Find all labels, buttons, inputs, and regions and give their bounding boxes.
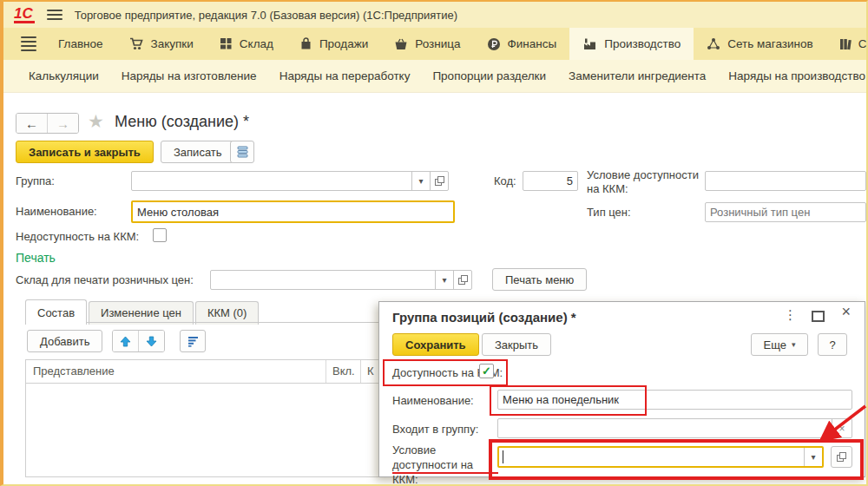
form-title: Меню (создание) * <box>115 113 249 131</box>
name-label: Наименование: <box>16 205 97 218</box>
menu-item-spravochniki[interactable]: Спра <box>826 28 868 60</box>
chevron-down-icon[interactable]: ▾ <box>804 448 822 466</box>
code-input[interactable] <box>523 172 577 190</box>
dialog-kkm-condition-field[interactable]: ▾ <box>497 446 824 468</box>
unavailable-kkm-checkbox[interactable] <box>153 228 167 242</box>
column-separator <box>326 360 326 383</box>
dialog-kkm-condition-input[interactable] <box>503 448 804 466</box>
print-menu-button[interactable]: Печать меню <box>492 268 587 291</box>
col-predstavlenie: Представление <box>33 364 115 378</box>
save-button[interactable]: Записать <box>161 141 235 163</box>
sections-panel-icon[interactable] <box>12 28 45 60</box>
ruble-icon <box>487 37 501 51</box>
forward-icon[interactable]: → <box>47 114 78 133</box>
menu-label: Продажи <box>319 37 368 50</box>
menu-item-set-magazinov[interactable]: Сеть магазинов <box>694 28 825 60</box>
annotation-underline <box>392 472 498 474</box>
submenu-item-naryady-proizvodstvo[interactable]: Наряды на производство <box>717 69 868 82</box>
form-tabs: Состав Изменение цен ККМ (0) <box>25 299 260 325</box>
menu-item-glavnoe[interactable]: Главное <box>45 28 116 60</box>
tab-kkm[interactable]: ККМ (0) <box>195 301 259 325</box>
move-down-icon[interactable] <box>138 331 164 351</box>
kkm-condition-field[interactable] <box>705 171 866 191</box>
chevron-down-icon[interactable]: ▾ <box>411 172 430 190</box>
chevron-down-icon[interactable]: ▾ <box>435 271 453 289</box>
move-buttons-group <box>112 330 165 352</box>
group-field[interactable]: ▾ <box>131 171 449 191</box>
main-menu-icon[interactable] <box>47 7 62 23</box>
price-type-input[interactable] <box>706 203 865 221</box>
help-button[interactable]: ? <box>818 333 847 356</box>
print-section-link[interactable]: Печать <box>16 251 56 265</box>
open-icon[interactable] <box>430 172 448 190</box>
more-label: Еще <box>764 338 786 351</box>
open-icon[interactable] <box>453 271 471 289</box>
clear-icon[interactable]: × <box>832 419 852 437</box>
stack-icon <box>237 146 248 159</box>
dialog-close-button[interactable]: Закрыть <box>482 333 551 356</box>
cart-icon <box>129 37 144 50</box>
dialog-title: Группа позиций (создание) * <box>392 310 576 325</box>
title-bar: 1С Торговое предприятие, редакция 7.0 (Б… <box>3 2 866 28</box>
menu-item-sklad[interactable]: Склад <box>207 28 286 60</box>
app-title: Торговое предприятие, редакция 7.0 (Базо… <box>75 9 457 22</box>
command-submenu: Калькуляции Наряды на изготовление Наряд… <box>3 60 866 93</box>
sort-list-button[interactable] <box>180 330 206 352</box>
dialog-name-input[interactable] <box>498 391 852 409</box>
dialog-save-button[interactable]: Сохранить <box>392 333 479 356</box>
code-field[interactable] <box>523 171 578 191</box>
chevron-down-icon: ▾ <box>792 340 796 349</box>
factory-icon <box>582 37 597 50</box>
dialog-name-field[interactable] <box>497 390 852 410</box>
dialog-name-label: Наименование: <box>392 394 474 407</box>
submenu-item-naryady-izgotovlenie[interactable]: Наряды на изготовление <box>110 69 268 82</box>
move-up-icon[interactable] <box>113 331 138 351</box>
menu-item-zakupki[interactable]: Закупки <box>116 28 207 60</box>
tab-sostav[interactable]: Состав <box>25 299 87 325</box>
submenu-item-zameniteli[interactable]: Заменители ингредиента <box>557 69 717 82</box>
warehouse-field[interactable]: ▾ <box>210 270 472 290</box>
parent-group-label: Входит в группу: <box>392 423 478 436</box>
favorite-star-icon[interactable]: ★ <box>88 111 104 132</box>
tab-izmenenie-cen[interactable]: Изменение цен <box>89 301 194 325</box>
add-button[interactable]: Добавить <box>27 330 102 352</box>
submenu-item-kalkulyacii[interactable]: Калькуляции <box>17 69 110 82</box>
parent-group-field[interactable]: × <box>497 418 852 438</box>
menu-item-prodazhi[interactable]: Продажи <box>286 28 381 60</box>
close-icon[interactable]: × <box>841 305 851 319</box>
parent-group-input[interactable] <box>498 419 832 437</box>
menu-label: Производство <box>604 37 681 50</box>
menu-item-roznica[interactable]: Розница <box>381 28 473 60</box>
menu-label: Сеть магазинов <box>727 37 812 50</box>
more-button[interactable]: Еще ▾ <box>751 333 808 356</box>
sort-icon <box>187 336 199 347</box>
kkm-condition-input[interactable] <box>706 172 865 190</box>
submenu-item-proporcii[interactable]: Пропорции разделки <box>421 69 557 82</box>
menu-item-proizvodstvo[interactable]: Производство <box>569 28 694 60</box>
dialog-open-button[interactable] <box>831 446 852 468</box>
warehouse-input[interactable] <box>211 271 435 289</box>
nav-history-group: ← → <box>16 113 79 134</box>
maximize-icon[interactable] <box>812 311 825 322</box>
kkm-condition-label: Условие доступности на ККМ: <box>587 168 700 196</box>
grid-icon <box>220 37 233 50</box>
section-menu: Главное Закупки Склад Продажи Розница Фи… <box>3 28 866 60</box>
network-icon <box>707 37 720 50</box>
price-type-field[interactable] <box>705 202 866 222</box>
menu-label: Спра <box>858 37 868 50</box>
submenu-item-naryady-pererabotku[interactable]: Наряды на переработку <box>268 69 422 82</box>
col-vkl: Вкл. <box>332 364 355 378</box>
books-icon <box>839 37 852 50</box>
name-field[interactable] <box>131 200 455 223</box>
dialog-kkm-condition-label: Условие доступности на ККМ: <box>392 443 496 486</box>
kkm-available-checkbox[interactable]: ✓ <box>479 364 494 378</box>
kebab-menu-icon[interactable]: ⋮ <box>784 308 797 321</box>
menu-label: Розница <box>415 37 460 50</box>
name-input[interactable] <box>133 202 453 221</box>
menu-item-finansy[interactable]: Финансы <box>474 28 570 60</box>
group-input[interactable] <box>132 172 411 190</box>
back-icon[interactable]: ← <box>16 114 47 133</box>
report-structure-button[interactable] <box>230 141 254 163</box>
save-and-close-button[interactable]: Записать и закрыть <box>16 141 154 163</box>
warehouse-label: Склад для печати розничных цен: <box>16 273 194 286</box>
